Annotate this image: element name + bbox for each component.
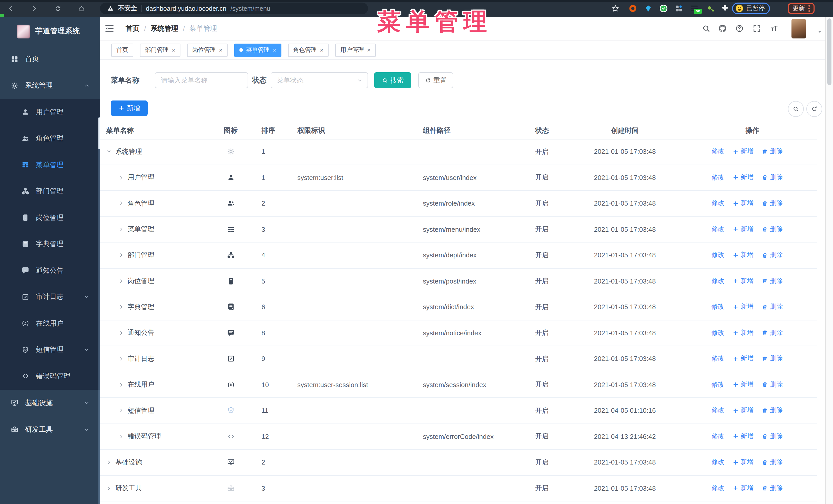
ext-key-icon[interactable]: [706, 4, 715, 16]
edit-link[interactable]: 修改: [703, 484, 724, 493]
sidebar-item-infra[interactable]: 基础设施: [0, 389, 100, 416]
add-link[interactable]: 新增: [733, 147, 754, 156]
sidebar-item-role[interactable]: 角色管理: [0, 125, 100, 152]
delete-link[interactable]: 删除: [762, 147, 783, 156]
status-select[interactable]: 菜单状态: [271, 72, 368, 88]
caret-right-icon[interactable]: [106, 460, 112, 465]
caret-right-icon[interactable]: [118, 279, 124, 284]
tab-home[interactable]: 首页: [111, 43, 133, 57]
delete-link[interactable]: 删除: [762, 380, 783, 389]
sidebar-item-dict[interactable]: 字典管理: [0, 231, 100, 257]
edit-link[interactable]: 修改: [703, 277, 724, 286]
sidebar-item-post[interactable]: 岗位管理: [0, 205, 100, 231]
tab-role[interactable]: 角色管理: [288, 43, 329, 57]
tab-menu[interactable]: 菜单管理: [234, 43, 281, 57]
browser-forward-icon[interactable]: [31, 5, 38, 14]
edit-link[interactable]: 修改: [703, 173, 724, 182]
delete-link[interactable]: 删除: [762, 277, 783, 286]
header-search-icon[interactable]: [702, 24, 711, 33]
ext-check-circle-icon[interactable]: [659, 4, 668, 16]
sidebar-item-sms[interactable]: 短信管理: [0, 337, 100, 363]
browser-back-icon[interactable]: [7, 5, 14, 14]
delete-link[interactable]: 删除: [762, 303, 783, 311]
github-icon[interactable]: [718, 24, 727, 33]
edit-link[interactable]: 修改: [703, 225, 724, 234]
toggle-search-button[interactable]: [788, 101, 804, 117]
tab-post[interactable]: 岗位管理: [187, 43, 228, 57]
tab-dept[interactable]: 部门管理: [140, 43, 181, 57]
caret-right-icon[interactable]: [118, 253, 124, 258]
ext-donut-icon[interactable]: [628, 4, 637, 16]
delete-link[interactable]: 删除: [762, 355, 783, 363]
sidebar-item-system[interactable]: 系统管理: [0, 72, 100, 99]
caret-right-icon[interactable]: [118, 434, 124, 439]
refresh-table-button[interactable]: [806, 101, 822, 117]
menu-name-input[interactable]: 请输入菜单名称: [155, 72, 248, 88]
sidebar-item-online[interactable]: 在线用户: [0, 310, 100, 337]
edit-link[interactable]: 修改: [703, 329, 724, 337]
sidebar-item-notice[interactable]: 通知公告: [0, 257, 100, 284]
extension-paused-pill[interactable]: 已暂停: [732, 3, 770, 14]
delete-link[interactable]: 删除: [762, 484, 783, 493]
add-link[interactable]: 新增: [733, 173, 754, 182]
edit-link[interactable]: 修改: [703, 303, 724, 311]
breadcrumb-system[interactable]: 系统管理: [151, 24, 178, 33]
caret-right-icon[interactable]: [118, 201, 124, 207]
edit-link[interactable]: 修改: [703, 199, 724, 208]
sidebar-item-home[interactable]: 首页: [0, 46, 100, 72]
edit-link[interactable]: 修改: [703, 432, 724, 441]
ext-gem-icon[interactable]: [644, 4, 652, 16]
add-link[interactable]: 新增: [733, 432, 754, 441]
browser-home-icon[interactable]: [78, 5, 85, 14]
user-avatar[interactable]: [791, 19, 806, 39]
add-link[interactable]: 新增: [733, 484, 754, 493]
edit-link[interactable]: 修改: [703, 380, 724, 389]
sidebar-item-user[interactable]: 用户管理: [0, 99, 100, 125]
add-button[interactable]: 新增: [111, 100, 148, 116]
caret-right-icon[interactable]: [106, 485, 112, 491]
add-link[interactable]: 新增: [733, 355, 754, 363]
sidebar-item-dept[interactable]: 部门管理: [0, 178, 100, 205]
add-link[interactable]: 新增: [733, 406, 754, 415]
delete-link[interactable]: 删除: [762, 225, 783, 234]
sidebar-collapse-icon[interactable]: [104, 24, 114, 33]
font-size-icon[interactable]: [770, 24, 779, 33]
edit-link[interactable]: 修改: [703, 406, 724, 415]
address-bar[interactable]: 不安全 dashboard.yudao.iocoder.cn/system/me…: [100, 3, 368, 14]
add-link[interactable]: 新增: [733, 277, 754, 286]
delete-link[interactable]: 删除: [762, 458, 783, 467]
delete-link[interactable]: 删除: [762, 173, 783, 182]
add-link[interactable]: 新增: [733, 380, 754, 389]
caret-right-icon[interactable]: [118, 408, 124, 413]
delete-link[interactable]: 删除: [762, 199, 783, 208]
avatar-caret-down-icon[interactable]: [817, 29, 822, 34]
add-link[interactable]: 新增: [733, 225, 754, 234]
sidebar-item-menu[interactable]: 菜单管理: [0, 152, 100, 178]
bookmark-star-icon[interactable]: [611, 4, 620, 16]
sidebar-item-devtool[interactable]: 研发工具: [0, 416, 100, 443]
add-link[interactable]: 新增: [733, 199, 754, 208]
add-link[interactable]: 新增: [733, 329, 754, 337]
kebab-menu-icon[interactable]: [808, 5, 810, 7]
help-question-icon[interactable]: [735, 24, 744, 33]
caret-right-icon[interactable]: [118, 356, 124, 362]
reset-button[interactable]: 重置: [418, 72, 453, 88]
ext-tabs-manager-icon[interactable]: on: [690, 4, 699, 16]
delete-link[interactable]: 删除: [762, 251, 783, 260]
delete-link[interactable]: 删除: [762, 406, 783, 415]
caret-right-icon[interactable]: [118, 330, 124, 336]
breadcrumb-home[interactable]: 首页: [125, 24, 139, 33]
browser-update-button[interactable]: 更新: [788, 3, 814, 14]
add-link[interactable]: 新增: [733, 303, 754, 311]
caret-down-icon[interactable]: [106, 149, 112, 154]
tab-close-icon[interactable]: [367, 47, 371, 53]
page-scrollbar-thumb[interactable]: [827, 19, 831, 85]
tab-close-icon[interactable]: [172, 47, 175, 53]
fullscreen-icon[interactable]: [753, 24, 761, 33]
ext-grid-icon[interactable]: [674, 4, 683, 16]
edit-link[interactable]: 修改: [703, 251, 724, 260]
browser-reload-icon[interactable]: [54, 5, 62, 14]
delete-link[interactable]: 删除: [762, 329, 783, 337]
sidebar-logo[interactable]: 芋道管理系统: [0, 17, 100, 46]
tab-user[interactable]: 用户管理: [335, 43, 376, 57]
